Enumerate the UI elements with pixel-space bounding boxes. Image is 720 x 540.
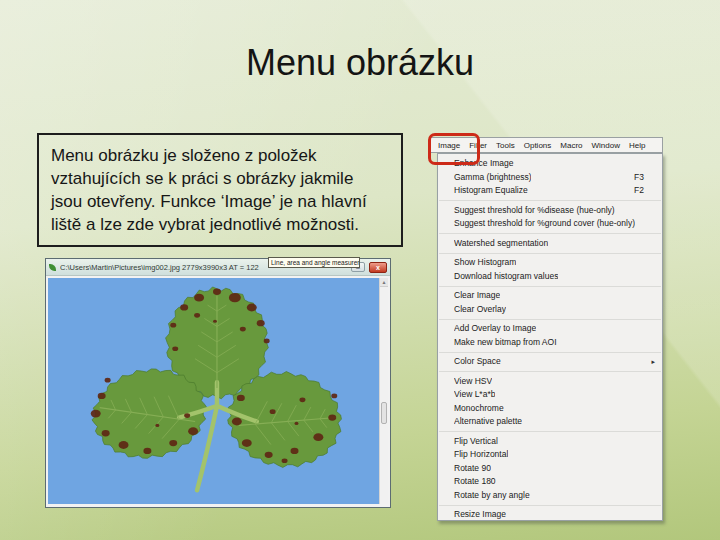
- menu-item-label: Add Overlay to Image: [454, 322, 536, 336]
- image-dropdown-menu: Enhance ImageGamma (brightness)F3Histogr…: [437, 153, 663, 521]
- menu-item-rotate-90[interactable]: Rotate 90: [438, 462, 662, 476]
- menu-item-watershed-segmentation[interactable]: Watershed segmentation: [438, 237, 662, 251]
- menu-item-histogram-equalize[interactable]: Histogram EqualizeF2: [438, 184, 662, 198]
- body-text: Menu obrázku je složeno z položek vztahu…: [51, 144, 389, 236]
- menu-item-rotate-by-any-angle[interactable]: Rotate by any angle: [438, 489, 662, 503]
- menu-item-clear-overlay[interactable]: Clear Overlay: [438, 303, 662, 317]
- menu-item-show-histogram[interactable]: Show Histogram: [438, 256, 662, 270]
- menu-item-label: Flip Vertical: [454, 435, 498, 449]
- scrollbar-thumb[interactable]: [381, 402, 387, 424]
- menu-item-label: View HSV: [454, 375, 492, 389]
- menu-item-label: Watershed segmentation: [454, 237, 548, 251]
- red-highlight-annotation: [428, 133, 480, 165]
- measurement-tooltip: Line, area and angle measurement: [268, 257, 360, 268]
- menu-item-gamma-brightness[interactable]: Gamma (brightness)F3: [438, 171, 662, 185]
- scroll-up-icon[interactable]: ▲: [380, 278, 388, 287]
- window-client-area: ▲: [46, 276, 390, 507]
- menu-separator: [439, 286, 661, 287]
- menu-item-label: Gamma (brightness): [454, 171, 531, 185]
- menu-separator: [439, 431, 661, 432]
- menu-item-label: Color Space: [454, 355, 501, 369]
- close-button[interactable]: x: [369, 262, 387, 273]
- menu-item-label: Rotate 90: [454, 462, 491, 476]
- menu-item-view-hsv[interactable]: View HSV: [438, 375, 662, 389]
- menu-item-label: Download histogram values: [454, 270, 558, 284]
- image-canvas: [48, 278, 379, 504]
- menu-item-make-new-bitmap-from-aoi[interactable]: Make new bitmap from AOI: [438, 336, 662, 350]
- menu-separator: [439, 352, 661, 353]
- menu-item-alternative-palette[interactable]: Alternative palette: [438, 415, 662, 429]
- menubar-item-window[interactable]: Window: [592, 141, 620, 150]
- menu-item-label: Suggest threshold for %ground cover (hue…: [454, 217, 635, 231]
- menu-item-label: Alternative palette: [454, 415, 522, 429]
- menu-separator: [439, 371, 661, 372]
- window-titlebar[interactable]: C:\Users\Martin\Pictures\img002.jpg 2779…: [46, 259, 390, 276]
- menu-item-shortcut: F2: [634, 184, 656, 198]
- menu-item-color-space[interactable]: Color Space▸: [438, 355, 662, 369]
- menubar-item-tools[interactable]: Tools: [496, 141, 515, 150]
- menu-item-suggest-threshold-for-disease-hue-only[interactable]: Suggest threshold for %disease (hue-only…: [438, 204, 662, 218]
- menu-separator: [439, 319, 661, 320]
- leaf-image: [48, 278, 379, 504]
- menubar-item-help[interactable]: Help: [629, 141, 645, 150]
- app-leaf-icon: [49, 264, 56, 271]
- menu-item-label: Make new bitmap from AOI: [454, 336, 557, 350]
- menu-item-label: Rotate 180: [454, 475, 496, 489]
- menu-item-label: Histogram Equalize: [454, 184, 528, 198]
- menubar-item-options[interactable]: Options: [524, 141, 552, 150]
- leaf-image-window: C:\Users\Martin\Pictures\img002.jpg 2779…: [45, 258, 391, 508]
- vertical-scrollbar[interactable]: ▲: [379, 278, 388, 504]
- menu-item-shortcut: F3: [634, 171, 656, 185]
- menu-item-rotate-180[interactable]: Rotate 180: [438, 475, 662, 489]
- menu-item-download-histogram-values[interactable]: Download histogram values: [438, 270, 662, 284]
- menu-item-label: Clear Image: [454, 289, 500, 303]
- menu-separator: [439, 505, 661, 506]
- menu-item-suggest-threshold-for-ground-cover-hue-only[interactable]: Suggest threshold for %ground cover (hue…: [438, 217, 662, 231]
- menu-separator: [439, 200, 661, 201]
- menu-item-view-l-a-b[interactable]: View L*a*b: [438, 388, 662, 402]
- menu-item-label: Suggest threshold for %disease (hue-only…: [454, 204, 615, 218]
- image-menu-screenshot: ImageFilterToolsOptionsMacroWindowHelp E…: [430, 137, 663, 521]
- menubar-item-macro[interactable]: Macro: [560, 141, 582, 150]
- menu-item-resize-image[interactable]: Resize Image: [438, 508, 662, 521]
- slide-title: Menu obrázku: [0, 42, 720, 84]
- menu-item-flip-vertical[interactable]: Flip Vertical: [438, 435, 662, 449]
- menu-separator: [439, 253, 661, 254]
- menu-item-label: Resize Image: [454, 508, 506, 521]
- slide-background: Menu obrázku Menu obrázku je složeno z p…: [0, 0, 720, 540]
- menu-item-label: Clear Overlay: [454, 303, 506, 317]
- menu-item-label: Monochrome: [454, 402, 504, 416]
- menu-item-label: Show Histogram: [454, 256, 516, 270]
- menu-item-add-overlay-to-image[interactable]: Add Overlay to Image: [438, 322, 662, 336]
- submenu-arrow-icon: ▸: [651, 355, 656, 369]
- menu-item-label: Flip Horizontal: [454, 448, 508, 462]
- menu-item-monochrome[interactable]: Monochrome: [438, 402, 662, 416]
- body-textbox: Menu obrázku je složeno z položek vztahu…: [37, 133, 403, 247]
- menu-item-label: View L*a*b: [454, 388, 495, 402]
- menu-item-flip-horizontal[interactable]: Flip Horizontal: [438, 448, 662, 462]
- menu-item-clear-image[interactable]: Clear Image: [438, 289, 662, 303]
- menu-separator: [439, 233, 661, 234]
- menu-item-label: Rotate by any angle: [454, 489, 530, 503]
